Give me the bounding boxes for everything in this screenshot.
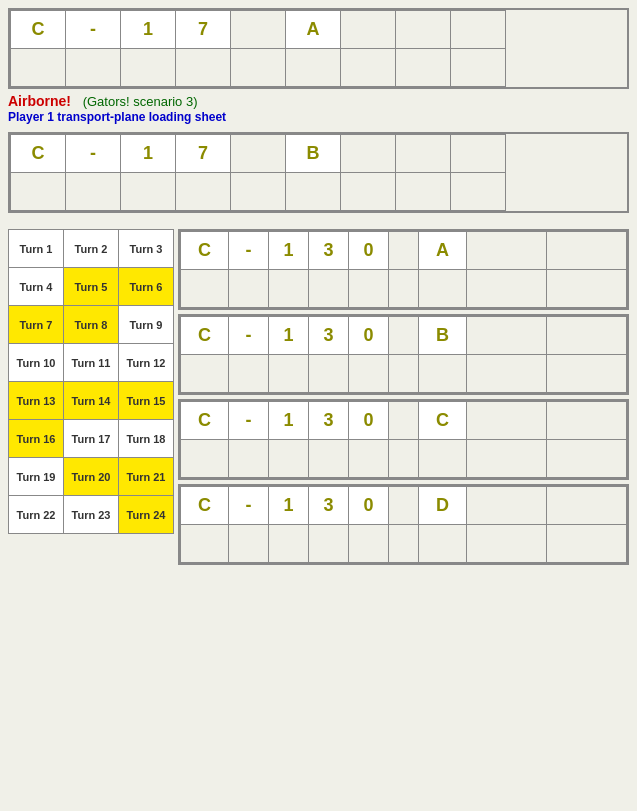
cell-empty <box>341 135 396 173</box>
turn-24[interactable]: Turn 24 <box>119 496 174 534</box>
turn-8[interactable]: Turn 8 <box>64 306 119 344</box>
bottom-plane-d: C - 1 3 0 D <box>178 484 629 565</box>
turns-row-3: Turn 7 Turn 8 Turn 9 <box>9 306 174 344</box>
cell-empty <box>451 173 506 211</box>
bottom-plane-d-row2 <box>181 525 627 563</box>
cell: A <box>419 232 467 270</box>
cell: 3 <box>309 487 349 525</box>
cell-empty <box>396 173 451 211</box>
turn-4[interactable]: Turn 4 <box>9 268 64 306</box>
turn-2[interactable]: Turn 2 <box>64 230 119 268</box>
cell: 1 <box>269 317 309 355</box>
cell-empty <box>547 355 627 393</box>
cell-empty <box>176 173 231 211</box>
cell: 7 <box>176 135 231 173</box>
cell-empty <box>231 11 286 49</box>
turn-20[interactable]: Turn 20 <box>64 458 119 496</box>
bottom-plane-d-table: C - 1 3 0 D <box>180 486 627 563</box>
cell-empty <box>349 440 389 478</box>
bottom-plane-b-row2 <box>181 355 627 393</box>
cell: - <box>229 402 269 440</box>
cell-empty <box>66 173 121 211</box>
cell: 0 <box>349 487 389 525</box>
cell-empty <box>66 49 121 87</box>
turn-23[interactable]: Turn 23 <box>64 496 119 534</box>
turn-19[interactable]: Turn 19 <box>9 458 64 496</box>
cell-empty <box>286 173 341 211</box>
turns-grid: Turn 1 Turn 2 Turn 3 Turn 4 Turn 5 Turn … <box>8 229 174 534</box>
page: C - 1 7 A A <box>0 0 637 573</box>
cell-empty <box>309 440 349 478</box>
turn-9[interactable]: Turn 9 <box>119 306 174 344</box>
turn-21[interactable]: Turn 21 <box>119 458 174 496</box>
cell-empty <box>467 487 547 525</box>
turn-10[interactable]: Turn 10 <box>9 344 64 382</box>
turn-22[interactable]: Turn 22 <box>9 496 64 534</box>
turn-5[interactable]: Turn 5 <box>64 268 119 306</box>
cell-empty <box>309 270 349 308</box>
turns-row-8: Turn 22 Turn 23 Turn 24 <box>9 496 174 534</box>
cell-empty <box>181 525 229 563</box>
turn-1[interactable]: Turn 1 <box>9 230 64 268</box>
turn-18[interactable]: Turn 18 <box>119 420 174 458</box>
cell-empty <box>419 525 467 563</box>
cell-empty <box>467 317 547 355</box>
cell-empty <box>309 525 349 563</box>
cell-empty <box>269 525 309 563</box>
cell-empty <box>467 355 547 393</box>
top-plane-a-row2 <box>11 49 506 87</box>
turn-7[interactable]: Turn 7 <box>9 306 64 344</box>
bottom-plane-b-table: C - 1 3 0 B <box>180 316 627 393</box>
turn-17[interactable]: Turn 17 <box>64 420 119 458</box>
cell: 7 <box>176 11 231 49</box>
cell-empty <box>11 173 66 211</box>
title-subtitle: Player 1 transport-plane loading sheet <box>8 110 226 124</box>
title-airborne: Airborne! <box>8 93 71 109</box>
top-plane-a: C - 1 7 A <box>8 8 629 89</box>
bottom-plane-a-row2 <box>181 270 627 308</box>
cell-empty <box>547 440 627 478</box>
cell: - <box>229 317 269 355</box>
cell-empty <box>396 11 451 49</box>
cell: C <box>181 232 229 270</box>
cell: 3 <box>309 402 349 440</box>
cell-empty <box>286 49 341 87</box>
turns-row-4: Turn 10 Turn 11 Turn 12 <box>9 344 174 382</box>
turns-row-7: Turn 19 Turn 20 Turn 21 <box>9 458 174 496</box>
turn-15[interactable]: Turn 15 <box>119 382 174 420</box>
cell-empty <box>349 270 389 308</box>
cell-empty <box>547 525 627 563</box>
cell-empty <box>389 270 419 308</box>
cell-empty <box>451 135 506 173</box>
turn-13[interactable]: Turn 13 <box>9 382 64 420</box>
cell-empty <box>396 49 451 87</box>
cell: C <box>11 11 66 49</box>
cell-empty <box>229 270 269 308</box>
cell-empty <box>341 173 396 211</box>
turn-12[interactable]: Turn 12 <box>119 344 174 382</box>
cell: - <box>229 487 269 525</box>
turn-16[interactable]: Turn 16 <box>9 420 64 458</box>
cell-empty <box>451 49 506 87</box>
turn-6[interactable]: Turn 6 <box>119 268 174 306</box>
cell-empty <box>547 317 627 355</box>
top-plane-b-row1: C - 1 7 B <box>11 135 506 173</box>
cell-empty <box>419 355 467 393</box>
cell: 1 <box>121 11 176 49</box>
turn-3[interactable]: Turn 3 <box>119 230 174 268</box>
cell: - <box>66 135 121 173</box>
top-plane-a-row1: C - 1 7 A <box>11 11 506 49</box>
planes-section: C - 1 3 0 A <box>178 229 629 565</box>
cell-empty <box>229 440 269 478</box>
cell: B <box>419 317 467 355</box>
cell-empty <box>547 487 627 525</box>
turn-14[interactable]: Turn 14 <box>64 382 119 420</box>
cell: 3 <box>309 232 349 270</box>
turn-11[interactable]: Turn 11 <box>64 344 119 382</box>
cell-empty <box>176 49 231 87</box>
cell-empty <box>389 487 419 525</box>
cell: C <box>181 402 229 440</box>
cell-empty <box>269 355 309 393</box>
bottom-plane-c: C - 1 3 0 C <box>178 399 629 480</box>
turns-row-5: Turn 13 Turn 14 Turn 15 <box>9 382 174 420</box>
